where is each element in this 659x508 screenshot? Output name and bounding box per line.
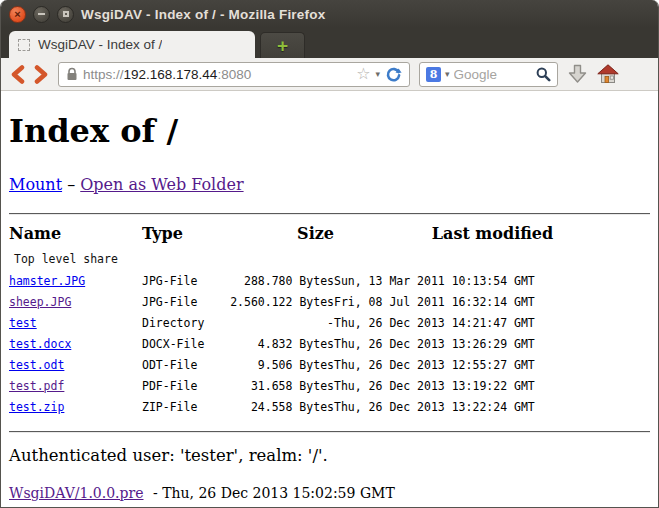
link-separator: – bbox=[67, 175, 75, 194]
divider-bottom bbox=[9, 431, 650, 433]
cell-name: test bbox=[9, 312, 142, 333]
cell-last-modified: Thu, 26 Dec 2013 13:26:29 GMT bbox=[334, 333, 651, 354]
tab-wsgidav[interactable]: WsgiDAV - Index of / bbox=[9, 31, 255, 58]
window-title: WsgiDAV - Index of / - Mozilla Firefox bbox=[81, 7, 325, 22]
tab-label: WsgiDAV - Index of / bbox=[38, 37, 162, 52]
file-link[interactable]: sheep.JPG bbox=[9, 295, 71, 309]
url-bar[interactable]: https://192.168.178.44:8080 ☆ ▾ bbox=[58, 62, 410, 87]
table-row: testDirectory-Thu, 26 Dec 2013 14:21:47 … bbox=[9, 312, 651, 333]
back-chevron-icon bbox=[10, 65, 25, 84]
header-name: Name bbox=[9, 222, 142, 248]
firefox-window: × WsgiDAV - Index of / - Mozilla Firefox… bbox=[0, 0, 659, 508]
cell-name: test.odt bbox=[9, 354, 142, 375]
cell-name: test.pdf bbox=[9, 375, 142, 396]
cell-type: PDF-File bbox=[142, 375, 217, 396]
mount-link[interactable]: Mount bbox=[9, 175, 62, 194]
url-text: https://192.168.178.44:8080 bbox=[83, 67, 251, 82]
minimize-icon[interactable] bbox=[33, 6, 50, 23]
plus-icon: + bbox=[277, 35, 288, 57]
server-timestamp: - Thu, 26 Dec 2013 15:02:59 GMT bbox=[153, 485, 395, 501]
share-note-row: Top level share bbox=[9, 248, 651, 270]
cell-size: 9.506 Bytes bbox=[217, 354, 334, 375]
window-controls: × bbox=[9, 6, 74, 23]
file-link[interactable]: test.docx bbox=[9, 337, 71, 351]
new-tab-button[interactable]: + bbox=[260, 32, 305, 58]
page-title: Index of / bbox=[9, 113, 650, 149]
cell-last-modified: Thu, 26 Dec 2013 14:21:47 GMT bbox=[334, 312, 651, 333]
search-icon[interactable] bbox=[536, 67, 551, 82]
home-button[interactable] bbox=[597, 64, 619, 84]
file-link[interactable]: test.odt bbox=[9, 358, 64, 372]
cell-type: JPG-File bbox=[142, 291, 217, 312]
forward-button[interactable] bbox=[34, 65, 49, 84]
cell-last-modified: Sun, 13 Mar 2011 10:13:54 GMT bbox=[334, 270, 651, 291]
file-table-body: hamster.JPGJPG-File288.780 BytesSun, 13 … bbox=[9, 270, 651, 417]
window-titlebar: × WsgiDAV - Index of / - Mozilla Firefox bbox=[1, 0, 658, 28]
table-row: test.odtODT-File9.506 BytesThu, 26 Dec 2… bbox=[9, 354, 651, 375]
urlbar-dropdown-icon[interactable]: ▾ bbox=[375, 70, 380, 79]
url-host: 192.168.178.44 bbox=[124, 67, 218, 82]
cell-type: ODT-File bbox=[142, 354, 217, 375]
search-box[interactable]: 8 ▾ bbox=[419, 62, 558, 87]
table-row: test.zipZIP-File24.558 BytesThu, 26 Dec … bbox=[9, 396, 651, 417]
bookmark-star-icon[interactable]: ☆ bbox=[356, 66, 370, 82]
header-size: Size bbox=[217, 222, 334, 248]
cell-type: Directory bbox=[142, 312, 217, 333]
action-links: Mount – Open as Web Folder bbox=[9, 175, 650, 194]
download-arrow-icon bbox=[567, 64, 588, 84]
forward-chevron-icon bbox=[34, 65, 49, 84]
url-port: :8080 bbox=[217, 67, 251, 82]
server-footer: WsgiDAV/1.0.0.pre - Thu, 26 Dec 2013 15:… bbox=[9, 485, 650, 501]
google-icon[interactable]: 8 bbox=[426, 67, 441, 82]
search-engine-dropdown-icon[interactable]: ▾ bbox=[445, 70, 450, 79]
navigation-toolbar: https://192.168.178.44:8080 ☆ ▾ 8 ▾ bbox=[1, 58, 658, 91]
cell-name: test.docx bbox=[9, 333, 142, 354]
header-type: Type bbox=[142, 222, 217, 248]
table-header-row: Name Type Size Last modified bbox=[9, 222, 651, 248]
search-input[interactable] bbox=[454, 67, 532, 82]
cell-type: DOCX-File bbox=[142, 333, 217, 354]
page-favicon-icon bbox=[18, 39, 30, 51]
maximize-box bbox=[63, 11, 69, 17]
file-link[interactable]: test.pdf bbox=[9, 379, 64, 393]
url-scheme: https:// bbox=[83, 67, 124, 82]
file-link[interactable]: test bbox=[9, 316, 37, 330]
cell-name: hamster.JPG bbox=[9, 270, 142, 291]
cell-size: 2.560.122 Bytes bbox=[217, 291, 334, 312]
table-row: hamster.JPGJPG-File288.780 BytesSun, 13 … bbox=[9, 270, 651, 291]
divider-top bbox=[9, 213, 650, 215]
cell-name: test.zip bbox=[9, 396, 142, 417]
file-table: Name Type Size Last modified Top level s… bbox=[9, 222, 651, 417]
page-content: Index of / Mount – Open as Web Folder Na… bbox=[1, 91, 658, 507]
home-icon bbox=[597, 64, 619, 84]
header-last-modified: Last modified bbox=[334, 222, 651, 248]
open-web-folder-link[interactable]: Open as Web Folder bbox=[80, 175, 243, 194]
cell-name: sheep.JPG bbox=[9, 291, 142, 312]
cell-type: JPG-File bbox=[142, 270, 217, 291]
tab-strip: WsgiDAV - Index of / + bbox=[1, 28, 658, 58]
wsgidav-version-link[interactable]: WsgiDAV/1.0.0.pre bbox=[9, 485, 144, 501]
table-row: test.docxDOCX-File4.832 BytesThu, 26 Dec… bbox=[9, 333, 651, 354]
lock-icon bbox=[66, 67, 78, 81]
downloads-button[interactable] bbox=[567, 64, 588, 84]
share-note: Top level share bbox=[9, 248, 651, 270]
cell-size: 288.780 Bytes bbox=[217, 270, 334, 291]
table-row: test.pdfPDF-File31.658 BytesThu, 26 Dec … bbox=[9, 375, 651, 396]
close-icon[interactable]: × bbox=[9, 6, 26, 23]
maximize-icon[interactable] bbox=[57, 6, 74, 23]
file-link[interactable]: test.zip bbox=[9, 400, 64, 414]
cell-last-modified: Thu, 26 Dec 2013 12:55:27 GMT bbox=[334, 354, 651, 375]
file-link[interactable]: hamster.JPG bbox=[9, 274, 85, 288]
back-button[interactable] bbox=[10, 65, 25, 84]
cell-size: 24.558 Bytes bbox=[217, 396, 334, 417]
auth-status: Authenticated user: 'tester', realm: '/'… bbox=[9, 446, 650, 465]
cell-last-modified: Thu, 26 Dec 2013 13:22:24 GMT bbox=[334, 396, 651, 417]
table-row: sheep.JPGJPG-File2.560.122 BytesFri, 08 … bbox=[9, 291, 651, 312]
cell-size: 31.658 Bytes bbox=[217, 375, 334, 396]
cell-last-modified: Thu, 26 Dec 2013 13:19:22 GMT bbox=[334, 375, 651, 396]
cell-type: ZIP-File bbox=[142, 396, 217, 417]
reload-icon[interactable] bbox=[385, 66, 402, 83]
cell-last-modified: Fri, 08 Jul 2011 16:32:14 GMT bbox=[334, 291, 651, 312]
minimize-dash bbox=[38, 13, 45, 15]
cell-size: - bbox=[217, 312, 334, 333]
